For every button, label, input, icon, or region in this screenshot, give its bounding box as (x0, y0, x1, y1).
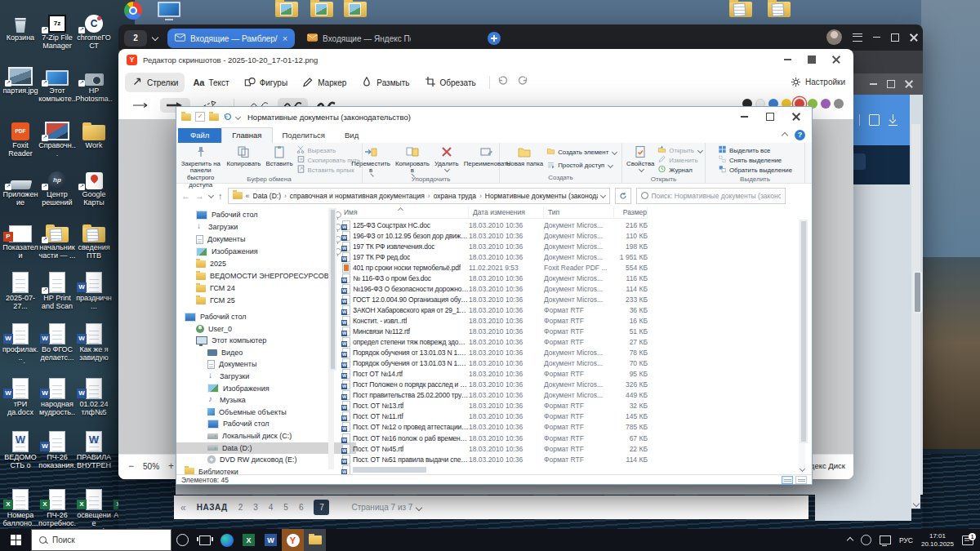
sidebar-item[interactable]: ГСМ 24 (176, 282, 345, 294)
up-icon[interactable]: ↑ (218, 191, 223, 201)
ribbon-tab-Файл[interactable]: Файл (178, 128, 221, 143)
desktop-icon[interactable]: PDFFoxit Reader (2, 114, 39, 158)
browser-close-button[interactable] (910, 33, 918, 42)
desktop-icon[interactable]: Wпрофилак... СНТ.docx (2, 318, 39, 363)
file-row[interactable]: Пост правительства 25.02.2000 труд под..… (340, 390, 648, 401)
language-indicator[interactable]: РУС (899, 536, 913, 544)
tool-blur-button[interactable]: Размыть (354, 73, 416, 92)
desktop-icon[interactable]: WтРИ да.docx (2, 373, 39, 417)
tab-close-icon[interactable]: × (283, 33, 287, 43)
explorer-close-button[interactable] (792, 113, 800, 121)
edge-button[interactable] (216, 529, 238, 551)
scroll-down-icon[interactable] (913, 500, 920, 507)
nav-scrollbar[interactable] (328, 208, 334, 469)
qat-newfolder-icon[interactable] (209, 113, 219, 121)
profile-avatar[interactable] (826, 29, 842, 45)
file-row[interactable]: Минсвязи №112.rtf18.03.2010 10:36Формат … (340, 327, 648, 337)
sidebar-item[interactable]: User_0 (176, 323, 345, 335)
column-header-1[interactable]: Дата изменения (469, 207, 544, 218)
network-icon[interactable] (880, 535, 891, 544)
desktop-icon[interactable]: WВо ФГОС делаетс... (38, 318, 76, 362)
qat-undo-icon[interactable] (223, 109, 232, 124)
delete-button[interactable]: Удалить (433, 144, 461, 175)
task-view-button[interactable] (194, 529, 216, 551)
desktop-icon[interactable]: WВЕДОМОСТЬ о выдачу... (2, 426, 39, 471)
edit-button[interactable]: Изменить (657, 155, 702, 165)
back-icon[interactable]: ← (181, 191, 190, 201)
color-swatch[interactable] (821, 99, 831, 109)
desktop-icon[interactable]: 2025-07-27... (2, 267, 39, 311)
minimize-icon[interactable] (870, 83, 877, 85)
desktop-icon[interactable]: сведения ПТВ (75, 216, 113, 260)
selinv-button[interactable]: Обратить выделение (718, 165, 792, 175)
clock[interactable]: 17:01 20.10.2025 (921, 532, 954, 549)
desktop-icon[interactable]: XПЧ-26 потребнос... (38, 484, 76, 529)
desktop-icon[interactable]: Wпраздничн... сверхурочн... (75, 267, 113, 312)
desktop-icon[interactable]: WПЧ-26 показания... (38, 426, 76, 471)
hidden-icons-chevron[interactable] (847, 536, 853, 543)
file-row[interactable]: 401 пр сроки носки термобельё.pdf11.02.2… (340, 262, 648, 273)
zoom-in-button[interactable]: + (168, 460, 174, 472)
file-row[interactable]: Пост ОТ №14.rtf18.03.2010 10:36Формат RT… (340, 369, 648, 380)
desktop-icon[interactable]: WКак же я завидую р... (75, 318, 113, 363)
file-row[interactable]: № 116-ФЗ о пром без.doc18.03.2010 10:36Д… (340, 273, 648, 283)
desktop-icon[interactable]: HP Print and Scan Doctor (38, 267, 76, 312)
file-row[interactable]: ЗАКОН Хабаровского края от 29_11_20...18… (340, 304, 648, 315)
file-row[interactable]: Пост. ОТ №51 правила выдачи спецоде...18… (340, 454, 648, 464)
file-row[interactable]: Пост. ОТ №12 о провед аттестации рм.rtf1… (340, 422, 648, 433)
file-row[interactable]: Констит. - извл..rtf18.03.2010 10:36Форм… (340, 315, 648, 326)
pagination-page[interactable]: 3 (253, 503, 258, 512)
column-header-2[interactable]: Тип (544, 207, 614, 218)
column-header-3[interactable]: Размер (614, 207, 648, 218)
browser-menu-icon[interactable] (853, 33, 862, 42)
tool-crop-button[interactable]: Обрезать (418, 73, 483, 92)
tool-marker-button[interactable]: Маркер (296, 73, 353, 92)
desktop-icon[interactable]: XНомера баллоно... (2, 484, 39, 528)
start-button[interactable] (0, 529, 31, 551)
editor-close-button[interactable] (832, 56, 840, 64)
desktop-icon[interactable]: Xосвещение ПЧ-26.xlsx (75, 484, 113, 529)
file-row[interactable]: №196-ФЗ О безопасности дорожного д...18.… (340, 283, 648, 294)
pagination-page[interactable]: 5 (283, 503, 288, 512)
sidebar-item[interactable]: Рабочий стол (176, 209, 345, 220)
list-scrollbar[interactable] (799, 220, 805, 473)
sidebar-item[interactable]: Этот компьютер (176, 335, 345, 346)
sidebar-item[interactable]: ГСМ 25 (176, 295, 345, 306)
sidebar-item[interactable]: Рабочий стол (176, 311, 333, 322)
file-row[interactable] (340, 464, 648, 474)
newitem-button[interactable]: Создать элемент (546, 147, 617, 157)
yandex-browser-button[interactable]: Y (282, 529, 304, 551)
breadcrumb-item[interactable]: охрана труда (434, 192, 476, 200)
move-button[interactable]: Переместить в (350, 144, 392, 175)
scrollbar-thumb[interactable] (329, 208, 336, 371)
file-row[interactable]: ГОСТ 12.0.004.90 Организация обучени...1… (340, 294, 648, 304)
pagination-page[interactable]: 4 (269, 503, 274, 512)
sidebar-item[interactable]: Изображения (176, 246, 345, 257)
sidebar-item[interactable]: Библиотеки (176, 466, 333, 474)
pagination-summary[interactable]: Страница 7 из 7 (351, 503, 421, 512)
desktop-icon[interactable]: Work (75, 114, 113, 150)
history-dropdown-icon[interactable] (208, 193, 214, 198)
undo-icon[interactable] (497, 75, 508, 90)
desktop-icon[interactable]: Приложение сканирова... (2, 163, 39, 208)
browser-maximize-button[interactable] (891, 33, 899, 42)
desktop-icon[interactable]: PПоказатели динамики ... (2, 216, 39, 261)
file-row[interactable]: 125-ФЗ Соцстрах НС.doc18.03.2010 10:36До… (340, 220, 648, 230)
word-button[interactable]: W (260, 529, 282, 551)
qat-folder-icon[interactable] (181, 113, 191, 121)
desktop-icon[interactable]: Wнародная мудрость... (38, 373, 76, 418)
desktop-icon[interactable]: Google Карты (75, 163, 113, 207)
help-button[interactable]: ? (795, 130, 805, 140)
notification-button[interactable]: 1 (962, 535, 973, 545)
address-dropdown-icon[interactable] (599, 193, 605, 198)
sidebar-item[interactable]: Загрузки (176, 221, 345, 233)
yandex-disk-tray-icon[interactable] (861, 535, 871, 545)
selall-button[interactable]: Выделить все (718, 145, 792, 155)
column-header-0[interactable]: Имя (340, 207, 469, 218)
maximize-icon[interactable] (887, 80, 895, 88)
pin-button[interactable]: Закрепить на панели быстрого доступа (178, 144, 223, 175)
copyto-button[interactable]: Копировать в (394, 144, 431, 175)
search-input[interactable]: Поиск: Нормативные документы (законодате… (636, 188, 786, 204)
settings-button[interactable]: Настройки (791, 77, 845, 87)
desktop-icon[interactable]: HP Photosma... (75, 60, 113, 104)
